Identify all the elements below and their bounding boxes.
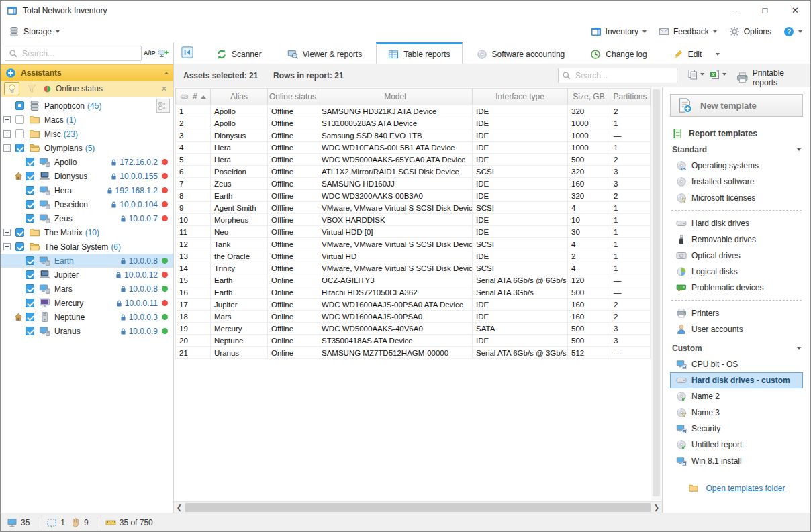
column-header-interface-type[interactable]: Interface type bbox=[473, 88, 568, 105]
check-options-button[interactable] bbox=[156, 99, 170, 113]
maximize-button[interactable]: □ bbox=[750, 1, 780, 20]
main-tab[interactable]: Scanner bbox=[205, 45, 273, 64]
new-template-button[interactable]: New template bbox=[670, 94, 803, 117]
section-custom[interactable]: Custom bbox=[672, 343, 801, 353]
table-row[interactable]: 4 Hera Offline WDC WD10EADS-00L5B1 ATA D… bbox=[175, 142, 651, 154]
storage-menu[interactable]: Storage bbox=[9, 26, 60, 37]
tree-item[interactable]: Misc (23) bbox=[1, 127, 173, 141]
tree-checkbox[interactable] bbox=[26, 186, 34, 195]
report-search-input[interactable] bbox=[558, 68, 677, 83]
tree-checkbox[interactable] bbox=[15, 101, 24, 110]
template-item[interactable]: Name 3 bbox=[670, 405, 803, 421]
tree-item[interactable]: Dionysus 10.0.0.155 bbox=[1, 169, 173, 183]
table-row[interactable]: 7 Zeus Offline SAMSUNG HD160JJ IDE 160 3 bbox=[175, 178, 651, 190]
scroll-left-arrow[interactable]: ❮ bbox=[174, 502, 185, 513]
table-row[interactable]: 13 the Oracle Offline Virtual HD IDE 2 1 bbox=[175, 250, 651, 262]
template-item[interactable]: Printers bbox=[670, 305, 803, 321]
template-item[interactable]: Hard disk drives bbox=[670, 215, 803, 231]
column-header-model[interactable]: Model bbox=[318, 88, 473, 105]
tree-checkbox[interactable] bbox=[15, 115, 24, 124]
expand-toggle[interactable] bbox=[3, 116, 11, 123]
expand-toggle[interactable] bbox=[3, 130, 11, 138]
tree-checkbox[interactable] bbox=[26, 172, 34, 180]
filter-toggle[interactable] bbox=[23, 82, 39, 95]
template-item[interactable]: Win 8.1 install bbox=[670, 453, 803, 469]
tree-item[interactable]: Macs (1) bbox=[1, 113, 173, 127]
table-row[interactable]: 2 Apollo Offline ST31000528AS ATA Device… bbox=[175, 117, 651, 129]
main-tab[interactable]: Table reports bbox=[376, 42, 462, 64]
table-row[interactable]: 11 Neo Offline Virtual HDD [0] IDE 30 1 bbox=[175, 226, 651, 238]
tree-item[interactable]: Mercury 10.0.0.11 bbox=[1, 296, 173, 310]
template-item[interactable]: CPU bit - OS bbox=[670, 356, 803, 372]
alias-ip-toggle[interactable]: A/IP bbox=[142, 49, 158, 58]
scrollbar-thumb[interactable] bbox=[653, 89, 660, 496]
tree-search-input[interactable] bbox=[5, 46, 142, 61]
template-item[interactable]: Microsoft licenses bbox=[670, 190, 803, 206]
tree-checkbox[interactable] bbox=[26, 299, 34, 307]
tree-item[interactable]: Olympians (5) bbox=[1, 141, 173, 155]
table-row[interactable]: 3 Dionysus Offline Samsung SSD 840 EVO 1… bbox=[175, 129, 651, 142]
vertical-scrollbar[interactable] bbox=[651, 88, 661, 500]
expand-toggle[interactable] bbox=[3, 243, 11, 250]
tree-checkbox[interactable] bbox=[26, 284, 34, 293]
table-row[interactable]: 21 Uranus Online SAMSUNG MZ7TD512HAGM-00… bbox=[175, 347, 651, 359]
scrollbar-thumb[interactable] bbox=[185, 503, 651, 512]
tree-item[interactable]: Poseidon 10.0.0.104 bbox=[1, 197, 173, 211]
table-row[interactable]: 20 Neptune Online ST3500418AS ATA Device… bbox=[175, 335, 651, 347]
expand-toggle[interactable] bbox=[3, 102, 11, 109]
tree-checkbox[interactable] bbox=[26, 327, 34, 335]
table-row[interactable]: 1 Apollo Offline SAMSUNG HD321KJ ATA Dev… bbox=[175, 105, 651, 117]
horizontal-scrollbar[interactable]: ❮ ❯ bbox=[174, 501, 662, 513]
add-node-button[interactable] bbox=[158, 47, 169, 60]
close-button[interactable]: ✕ bbox=[780, 1, 810, 20]
table-row[interactable]: 15 Earth Online OCZ-AGILITY3 Serial ATA … bbox=[175, 274, 651, 286]
close-icon[interactable]: ✕ bbox=[161, 85, 170, 93]
expand-toggle[interactable] bbox=[3, 144, 11, 152]
tree-item[interactable]: Mars 10.0.0.8 bbox=[1, 282, 173, 296]
template-item[interactable]: Optical drives bbox=[670, 248, 803, 264]
template-item[interactable]: Removable drives bbox=[670, 231, 803, 248]
tree-item[interactable]: Uranus 10.0.0.9 bbox=[1, 324, 173, 338]
table-row[interactable]: 12 Tank Offline VMware, VMware Virtual S… bbox=[175, 238, 651, 250]
tree-item[interactable]: The Matrix (10) bbox=[1, 225, 173, 240]
assistants-header[interactable]: Assistants bbox=[1, 64, 173, 81]
collapse-sidebar-button[interactable] bbox=[179, 45, 195, 60]
printable-reports-button[interactable]: Printable reports bbox=[736, 68, 810, 87]
tree-checkbox[interactable] bbox=[26, 214, 34, 223]
tree-checkbox[interactable] bbox=[15, 228, 24, 237]
template-item[interactable]: Security bbox=[670, 421, 803, 437]
tree-checkbox[interactable] bbox=[26, 158, 34, 166]
template-item[interactable]: Untitled report bbox=[670, 437, 803, 453]
template-item[interactable]: Installed software bbox=[670, 174, 803, 190]
tree-item[interactable]: Jupiter 10.0.0.12 bbox=[1, 268, 173, 282]
template-item[interactable]: Name 2 bbox=[670, 388, 803, 405]
scroll-right-arrow[interactable]: ❯ bbox=[651, 502, 662, 513]
tree-item[interactable]: Zeus 10.0.0.7 bbox=[1, 211, 173, 225]
feedback-menu[interactable]: Feedback bbox=[659, 26, 717, 37]
table-row[interactable]: 19 Mercury Offline WDC WD5000AAKS-40V6A0… bbox=[175, 323, 651, 335]
column-header-partitions[interactable]: Partitions bbox=[610, 88, 651, 105]
table-row[interactable]: 5 Hera Offline WDC WD5000AAKS-65YGA0 ATA… bbox=[175, 154, 651, 166]
table-row[interactable]: 10 Morpheus Offline VBOX HARDDISK IDE 10… bbox=[175, 214, 651, 226]
section-standard[interactable]: Standard bbox=[672, 145, 801, 154]
tree-item[interactable]: Apollo 172.16.0.2 bbox=[1, 155, 173, 169]
tree-item[interactable]: Earth 10.0.0.8 bbox=[1, 254, 173, 268]
minimize-button[interactable]: – bbox=[720, 1, 750, 20]
column-header-alias[interactable]: Alias bbox=[211, 88, 268, 105]
column-header-number[interactable]: # bbox=[175, 88, 211, 105]
help-menu[interactable] bbox=[783, 26, 802, 37]
table-row[interactable]: 6 Poseidon Offline ATI 1X2 Mirror/RAID1 … bbox=[175, 166, 651, 178]
tree-item[interactable]: Panopticon (45) bbox=[1, 99, 173, 113]
column-header-size[interactable]: Size, GB bbox=[568, 88, 610, 105]
table-row[interactable]: 14 Trinity Offline VMware, VMware Virtua… bbox=[175, 262, 651, 274]
expand-toggle[interactable] bbox=[3, 229, 11, 236]
table-row[interactable]: 16 Earth Online Hitachi HDS721050CLA362 … bbox=[175, 286, 651, 299]
tree-item[interactable]: Hera 192.168.1.2 bbox=[1, 183, 173, 197]
inventory-menu[interactable]: Inventory bbox=[591, 26, 647, 37]
online-status-assistant[interactable]: Online status ✕ bbox=[1, 81, 173, 97]
template-item[interactable]: Operating systems bbox=[670, 158, 803, 174]
tree-checkbox[interactable] bbox=[26, 270, 34, 279]
options-menu[interactable]: Options bbox=[729, 26, 771, 37]
tree-checkbox[interactable] bbox=[26, 313, 34, 321]
table-row[interactable]: 17 Jupiter Offline WDC WD1600AAJS-00PSA0… bbox=[175, 299, 651, 311]
